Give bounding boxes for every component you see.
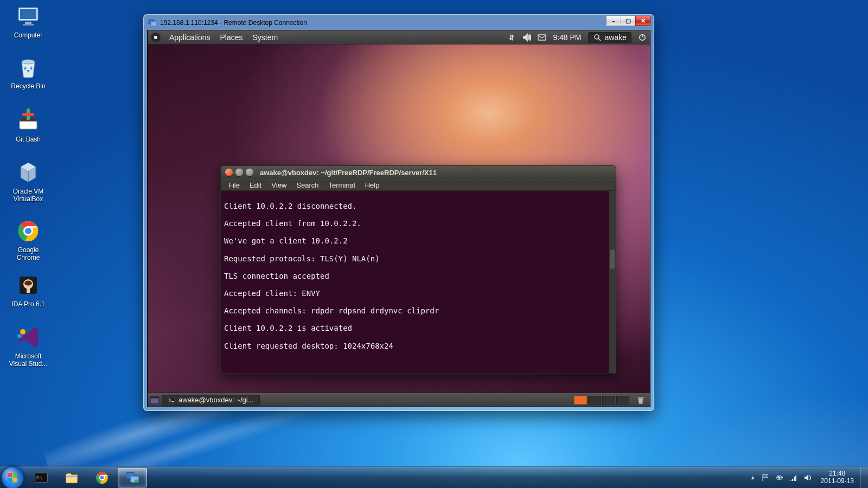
tray-volume-icon[interactable]: [803, 473, 812, 482]
desktop-icon-ida[interactable]: IDA Pro 6.1: [2, 272, 54, 308]
tray-network-icon[interactable]: [789, 473, 798, 482]
svg-text:C:\: C:\: [36, 475, 42, 480]
terminal-line: Accepted channels: rdpdr rdpsnd drdynvc …: [224, 306, 606, 315]
icon-label: Recycle Bin: [2, 82, 54, 90]
desktop-icon-visual-studio[interactable]: Microsoft Visual Stud...: [2, 324, 54, 368]
taskbar-clock[interactable]: 21:48 2011-09-13: [818, 470, 857, 485]
terminal-line: Accepted client from 10.0.2.2.: [224, 219, 606, 228]
ubuntu-desktop[interactable]: Applications Places System 9:48 PM awake: [148, 30, 650, 407]
taskbar-cmd[interactable]: C:\: [27, 468, 56, 487]
window-controls: – ▢ ✕: [607, 16, 650, 26]
terminal-line: Client requested desktop: 1024x768x24: [224, 342, 606, 350]
system-tray[interactable]: ▲ 21:48 2011-09-13: [747, 470, 860, 485]
search-icon: [593, 33, 602, 42]
gnome-bottom-panel[interactable]: awake@vboxdev: ~/gi...: [148, 393, 650, 407]
taskbar-rdp[interactable]: [118, 468, 147, 487]
terminal-title: awake@vboxdev: ~/git/FreeRDP/FreeRDP/ser…: [260, 169, 437, 177]
terminal-icon: [168, 396, 175, 404]
rdp-title: 192.168.1.110:1234 - Remote Desktop Conn…: [160, 19, 307, 27]
tray-chevron-icon[interactable]: ▲: [750, 474, 756, 480]
svg-rect-35: [782, 477, 783, 478]
workspace-4[interactable]: [616, 396, 629, 404]
recycle-bin-icon: [15, 54, 41, 80]
rdp-app-icon: [148, 18, 157, 27]
svg-point-4: [22, 60, 35, 64]
gnome-user: awake: [605, 33, 627, 42]
terminal-output[interactable]: Client 10.0.2.2 disconnected. Accepted c…: [221, 191, 616, 373]
terminal-line: Client 10.0.2.2 is activated: [224, 324, 606, 332]
svg-rect-23: [150, 396, 159, 398]
task-label: awake@vboxdev: ~/gi...: [178, 396, 254, 404]
terminal-titlebar[interactable]: awake@vboxdev: ~/git/FreeRDP/FreeRDP/ser…: [221, 166, 616, 179]
gnome-terminal[interactable]: awake@vboxdev: ~/git/FreeRDP/FreeRDP/ser…: [220, 165, 616, 374]
gnome-clock[interactable]: 9:48 PM: [553, 33, 581, 42]
icon-label: Git Bash: [2, 136, 54, 143]
terminal-window-controls: [225, 169, 253, 176]
windows-taskbar[interactable]: C:\ ▲ 21:48 2011-09-13: [0, 466, 868, 488]
ubuntu-logo-icon[interactable]: [151, 33, 161, 42]
rdp-titlebar[interactable]: 192.168.1.110:1234 - Remote Desktop Conn…: [148, 17, 650, 29]
network-icon[interactable]: [507, 33, 516, 42]
desktop-icon-virtualbox[interactable]: Oracle VM VirtualBox: [2, 159, 54, 203]
terminal-line: TLS connection accepted: [224, 272, 606, 280]
trash-icon[interactable]: [636, 395, 646, 405]
maximize-button[interactable]: ▢: [621, 16, 636, 26]
places-menu[interactable]: Places: [216, 30, 247, 44]
icon-label: Computer: [2, 31, 54, 39]
terminal-menu-view[interactable]: View: [267, 181, 291, 190]
terminal-line: Client 10.0.2.2 disconnected.: [224, 202, 606, 210]
show-desktop-button[interactable]: [860, 467, 868, 489]
virtualbox-icon: [15, 159, 41, 185]
desktop-icon-computer[interactable]: Computer: [2, 3, 54, 39]
taskbar-explorer[interactable]: [57, 468, 86, 487]
icon-label: Google Chrome: [2, 246, 54, 262]
desktop-icon-chrome[interactable]: Google Chrome: [2, 218, 54, 262]
mail-icon[interactable]: [538, 33, 546, 42]
terminal-menu-help[interactable]: Help: [361, 181, 384, 190]
close-button[interactable]: ✕: [635, 16, 650, 26]
svg-rect-14: [27, 288, 30, 293]
system-menu[interactable]: System: [248, 30, 283, 44]
terminal-maximize-button[interactable]: [246, 169, 253, 176]
rdp-window[interactable]: 192.168.1.110:1234 - Remote Desktop Conn…: [143, 14, 654, 411]
workspace-1[interactable]: [574, 396, 587, 404]
volume-icon[interactable]: [522, 33, 531, 42]
show-desktop-icon[interactable]: [150, 395, 159, 405]
visual-studio-icon: [15, 324, 41, 350]
terminal-menu-search[interactable]: Search: [292, 181, 323, 190]
svg-rect-18: [151, 22, 156, 26]
user-menu[interactable]: awake: [588, 32, 631, 43]
svg-rect-24: [168, 397, 175, 403]
svg-rect-28: [66, 476, 78, 477]
terminal-close-button[interactable]: [225, 169, 233, 176]
tray-power-icon[interactable]: [775, 473, 784, 482]
gnome-top-panel[interactable]: Applications Places System 9:48 PM awake: [148, 30, 650, 44]
terminal-line: We've got a client 10.0.2.2: [224, 236, 606, 245]
workspace-3[interactable]: [602, 396, 615, 404]
terminal-line: Accepted client: ENVY: [224, 289, 606, 298]
minimize-button[interactable]: –: [606, 16, 621, 26]
terminal-menu-file[interactable]: File: [224, 181, 244, 190]
chrome-icon: [15, 218, 41, 244]
desktop-icon-git-bash[interactable]: Git Bash: [2, 107, 54, 143]
svg-rect-2: [25, 22, 31, 24]
terminal-menu-terminal[interactable]: Terminal: [324, 181, 360, 190]
terminal-minimize-button[interactable]: [235, 169, 243, 176]
workspace-switcher[interactable]: [574, 396, 629, 404]
terminal-menu-edit[interactable]: Edit: [245, 181, 266, 190]
start-button[interactable]: [1, 466, 24, 489]
svg-point-20: [595, 35, 599, 39]
desktop-icon-recycle-bin[interactable]: Recycle Bin: [2, 54, 54, 90]
rdp-client-area[interactable]: Applications Places System 9:48 PM awake: [147, 30, 650, 407]
clock-time: 21:48: [829, 470, 845, 478]
taskbar-terminal-task[interactable]: awake@vboxdev: ~/gi...: [162, 395, 260, 406]
svg-rect-19: [538, 35, 546, 40]
applications-menu[interactable]: Applications: [165, 30, 215, 44]
workspace-2[interactable]: [588, 396, 601, 404]
taskbar-chrome[interactable]: [87, 468, 117, 487]
tray-flag-icon[interactable]: [761, 473, 770, 482]
terminal-menubar[interactable]: File Edit View Search Terminal Help: [221, 179, 616, 191]
computer-icon: [15, 3, 41, 29]
svg-point-33: [135, 479, 138, 483]
power-icon[interactable]: [638, 33, 647, 42]
